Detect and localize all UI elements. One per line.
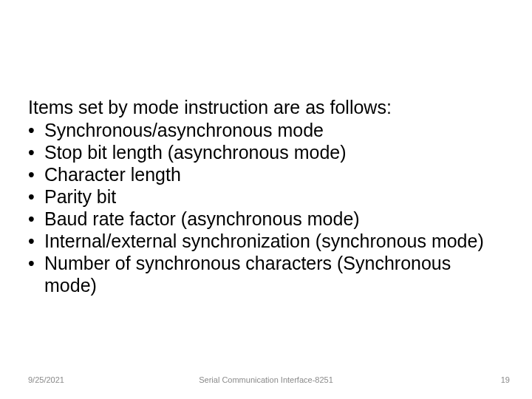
list-item: Stop bit length (asynchronous mode) (28, 141, 504, 163)
list-item: Internal/external synchronization (synch… (28, 230, 504, 252)
list-item: Baud rate factor (asynchronous mode) (28, 208, 504, 230)
footer-page-number: 19 (501, 375, 510, 384)
slide: Items set by mode instruction are as fol… (0, 0, 532, 399)
list-item: Character length (28, 163, 504, 185)
content-heading: Items set by mode instruction are as fol… (28, 96, 504, 118)
list-item: Number of synchronous characters (Synchr… (28, 252, 504, 296)
bullet-list: Synchronous/asynchronous mode Stop bit l… (28, 119, 504, 296)
list-item: Synchronous/asynchronous mode (28, 119, 504, 141)
footer-title: Serial Communication Interface-8251 (0, 375, 532, 384)
list-item: Parity bit (28, 185, 504, 208)
slide-content: Items set by mode instruction are as fol… (28, 96, 504, 296)
